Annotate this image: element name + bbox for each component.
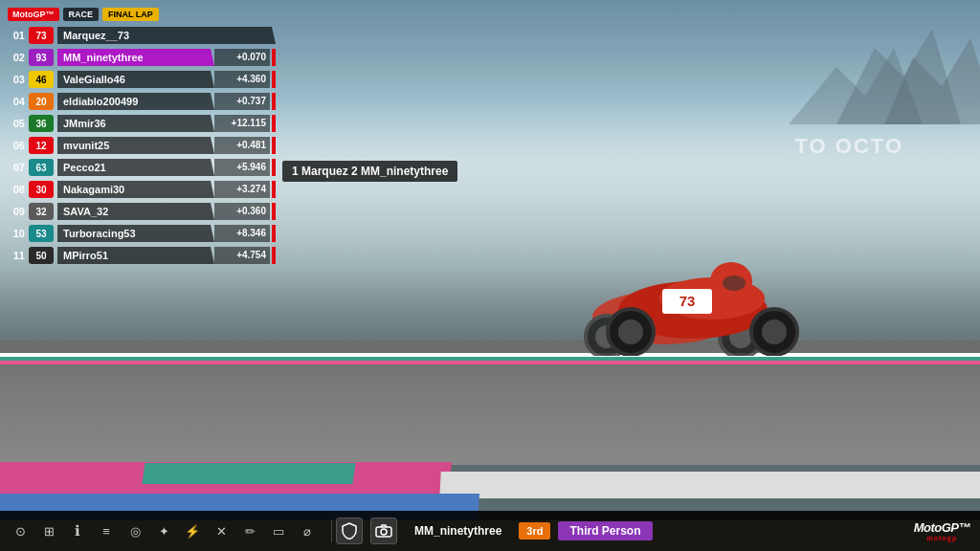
row-indicator bbox=[272, 225, 276, 242]
row-position: 06 bbox=[8, 140, 29, 151]
leaderboard-panel: MotoGP™ RACE FINAL LAP 01 73 Marquez__73… bbox=[8, 8, 276, 267]
leaderboard-row: 03 46 ValeGiallo46 +4.360 bbox=[8, 69, 276, 90]
hud-view-badge[interactable]: 3rd bbox=[519, 522, 550, 540]
leaderboard-row: 11 50 MPirro51 +4.754 bbox=[8, 245, 276, 266]
row-position: 07 bbox=[8, 162, 29, 173]
leaderboard-row: 01 73 Marquez__73 bbox=[8, 25, 276, 46]
row-number-badge: 73 bbox=[29, 27, 54, 44]
hud-icon-grid[interactable]: ⊞ bbox=[38, 520, 59, 541]
svg-point-20 bbox=[723, 276, 746, 291]
race-tooltip: 1 Marquez 2 MM_ninetythree bbox=[282, 161, 457, 182]
row-gap: +12.115 bbox=[214, 115, 270, 132]
hud-shield-icon[interactable] bbox=[336, 518, 363, 544]
leaderboard-row: 10 53 Turboracing53 +8.346 bbox=[8, 223, 276, 244]
row-position: 10 bbox=[8, 228, 29, 239]
view-badge-text: 3rd bbox=[526, 525, 543, 537]
svg-point-14 bbox=[618, 320, 643, 344]
hud-player-name: MM_ninetythree bbox=[405, 524, 511, 538]
row-gap: +8.346 bbox=[214, 225, 270, 242]
hud-center-area: MM_ninetythree 3rd Third Person bbox=[336, 518, 653, 544]
row-number-badge: 50 bbox=[29, 247, 54, 264]
leaderboard-row: 04 20 eldiablo200499 +0.737 bbox=[8, 91, 276, 112]
leaderboard-rows: 01 73 Marquez__73 02 93 MM_ninetythree +… bbox=[8, 25, 276, 266]
row-player-name: ValeGiallo46 bbox=[57, 71, 214, 88]
race-tag: RACE bbox=[63, 8, 100, 21]
hud-icon-loop[interactable]: ⌀ bbox=[297, 520, 318, 541]
hud-icons-left: ⊙ ⊞ ℹ ≡ ◎ ✦ ⚡ ✕ ✏ ▭ ⌀ bbox=[0, 520, 327, 541]
runoff-white bbox=[439, 472, 980, 498]
row-position: 02 bbox=[8, 52, 29, 63]
row-player-name: mvunit25 bbox=[57, 137, 214, 154]
hud-icon-x[interactable]: ✕ bbox=[211, 520, 232, 541]
row-gap: +0.737 bbox=[214, 93, 270, 110]
svg-text:73: 73 bbox=[679, 293, 696, 309]
row-number-badge: 30 bbox=[29, 181, 54, 198]
row-position: 08 bbox=[8, 184, 29, 195]
row-indicator bbox=[272, 137, 276, 154]
leaderboard-row: 05 36 JMmir36 +12.115 bbox=[8, 113, 276, 134]
row-indicator bbox=[272, 203, 276, 220]
row-position: 11 bbox=[8, 250, 29, 261]
row-gap: +3.274 bbox=[214, 181, 270, 198]
motogp-logo-badge: MotoGP™ bbox=[8, 8, 59, 21]
row-number-badge: 36 bbox=[29, 115, 54, 132]
row-indicator bbox=[272, 93, 276, 110]
row-indicator bbox=[272, 115, 276, 132]
row-number-badge: 32 bbox=[29, 203, 54, 220]
leaderboard-row: 06 12 mvunit25 +0.481 bbox=[8, 135, 276, 156]
row-player-name: Pecco21 bbox=[57, 159, 214, 176]
row-gap: +0.481 bbox=[214, 137, 270, 154]
bottom-hud-bar: ⊙ ⊞ ℹ ≡ ◎ ✦ ⚡ ✕ ✏ ▭ ⌀ MM_ninetythree 3rd… bbox=[0, 511, 980, 551]
mountain-silhouettes bbox=[501, 0, 980, 124]
svg-point-16 bbox=[762, 320, 787, 344]
row-number-badge: 93 bbox=[29, 49, 54, 66]
row-number-badge: 46 bbox=[29, 71, 54, 88]
hud-icon-info[interactable]: ℹ bbox=[67, 520, 88, 541]
row-number-badge: 12 bbox=[29, 137, 54, 154]
hud-right-area: MotoGP™ motogp bbox=[914, 520, 980, 541]
row-number-badge: 20 bbox=[29, 93, 54, 110]
row-gap: +5.946 bbox=[214, 159, 270, 176]
hud-camera-icon[interactable] bbox=[370, 518, 397, 544]
hud-icon-bolt[interactable]: ⚡ bbox=[182, 520, 203, 541]
motogp-logo-text: MotoGP™ bbox=[914, 520, 970, 535]
row-position: 01 bbox=[8, 30, 29, 41]
row-indicator bbox=[272, 159, 276, 176]
leaderboard-row: 09 32 SAVA_32 +0.360 bbox=[8, 201, 276, 222]
row-indicator bbox=[272, 181, 276, 198]
row-gap: +0.360 bbox=[214, 203, 270, 220]
svg-point-22 bbox=[381, 529, 387, 535]
row-indicator bbox=[272, 71, 276, 88]
leaderboard-row: 07 63 Pecco21 +5.946 bbox=[8, 157, 276, 178]
track-stripes bbox=[0, 353, 980, 364]
row-position: 09 bbox=[8, 206, 29, 217]
hud-icon-list[interactable]: ≡ bbox=[96, 520, 117, 541]
motogp-logo-sub: motogp bbox=[927, 535, 958, 541]
hud-icon-rect[interactable]: ▭ bbox=[268, 520, 289, 541]
row-player-name: MPirro51 bbox=[57, 247, 214, 264]
row-player-name: Marquez__73 bbox=[57, 27, 276, 44]
row-player-name: eldiablo200499 bbox=[57, 93, 214, 110]
row-player-name: MM_ninetythree bbox=[57, 49, 214, 66]
hud-icon-circle[interactable]: ⊙ bbox=[10, 520, 31, 541]
final-lap-tag: FINAL LAP bbox=[102, 8, 159, 21]
runoff-teal bbox=[142, 463, 355, 484]
row-player-name: JMmir36 bbox=[57, 115, 214, 132]
row-position: 03 bbox=[8, 74, 29, 85]
hud-icon-star[interactable]: ✦ bbox=[153, 520, 174, 541]
hud-icon-pencil[interactable]: ✏ bbox=[239, 520, 260, 541]
leaderboard-header: MotoGP™ RACE FINAL LAP bbox=[8, 8, 276, 21]
row-player-name: SAVA_32 bbox=[57, 203, 214, 220]
motogp-logo-hud: MotoGP™ motogp bbox=[914, 520, 970, 541]
row-player-name: Nakagami30 bbox=[57, 181, 214, 198]
leaderboard-row: 08 30 Nakagami30 +3.274 bbox=[8, 179, 276, 200]
hud-third-person-badge[interactable]: Third Person bbox=[558, 521, 652, 540]
motorcycle-group: 93 73 bbox=[540, 241, 827, 360]
leaderboard-row: 02 93 MM_ninetythree +0.070 bbox=[8, 47, 276, 68]
row-gap: +4.754 bbox=[214, 247, 270, 264]
octo-advertisement: TO OCTO bbox=[795, 134, 903, 159]
row-player-name: Turboracing53 bbox=[57, 225, 214, 242]
hud-icon-person[interactable]: ◎ bbox=[124, 520, 145, 541]
row-indicator bbox=[272, 247, 276, 264]
row-number-badge: 63 bbox=[29, 159, 54, 176]
